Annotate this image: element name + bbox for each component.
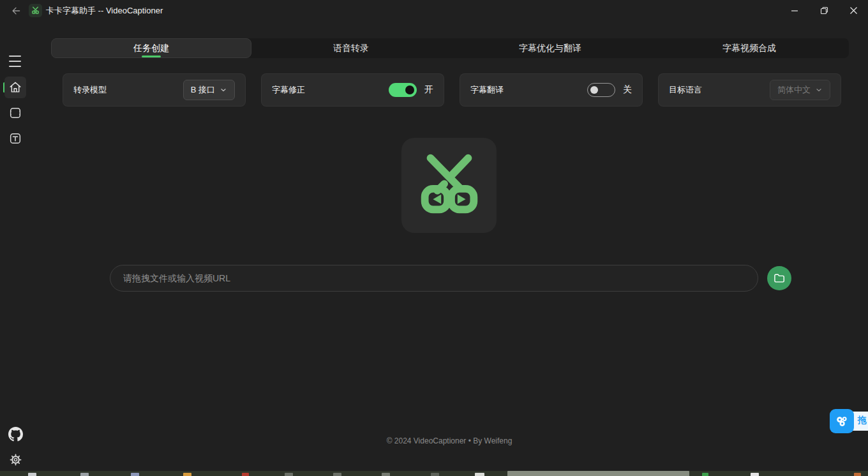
netdisk-cloud-icon[interactable] [830, 409, 854, 433]
subtitle-translation-label: 字幕翻译 [470, 84, 504, 96]
titlebar: 卡卡字幕助手 -- VideoCaptioner [0, 0, 868, 21]
taskbar-icon-sliver [382, 473, 390, 476]
tab-subtitle-optimize-translate[interactable]: 字幕优化与翻译 [451, 38, 650, 58]
taskbar-icon-sliver [28, 473, 36, 476]
scissors-logo-icon [412, 148, 487, 223]
taskbar-icon-sliver [475, 473, 484, 476]
taskbar-icon-sliver [80, 473, 89, 476]
close-button[interactable] [839, 0, 868, 21]
sidebar-item-settings[interactable] [4, 449, 26, 470]
sidebar-item-github[interactable] [4, 423, 26, 445]
close-icon [849, 6, 858, 15]
app-window: 卡卡字幕助手 -- VideoCaptioner [0, 0, 868, 476]
minimize-icon [791, 7, 798, 15]
window-title: 卡卡字幕助手 -- VideoCaptioner [46, 0, 163, 21]
transcribe-model-label: 转录模型 [73, 84, 107, 96]
back-button[interactable] [6, 2, 26, 20]
transcribe-model-value: B 接口 [191, 84, 215, 96]
card-subtitle-correction: 字幕修正 开 [261, 73, 444, 107]
copyright-text: © 2024 VideoCaptioner • By Weifeng [31, 436, 868, 445]
home-icon [8, 80, 22, 94]
toggle-knob [405, 86, 414, 94]
taskbar-icon-sliver [854, 473, 861, 476]
card-target-language: 目标语言 简体中文 [658, 73, 841, 107]
target-language-dropdown[interactable]: 简体中文 [770, 80, 830, 100]
github-icon [8, 427, 23, 442]
taskbar-icon-sliver [431, 473, 439, 476]
sidebar-item-batch-video[interactable] [4, 102, 26, 124]
browse-file-button[interactable] [767, 266, 791, 290]
taskbar-icon-sliver [242, 473, 249, 476]
pivot-tabstrip: 任务创建 语音转录 字幕优化与翻译 字幕视频合成 [51, 38, 849, 58]
taskbar-icon-sliver [751, 473, 759, 476]
film-clip-icon [8, 106, 22, 120]
taskbar-icon-sliver [131, 473, 139, 476]
chevron-down-icon [220, 86, 227, 94]
taskbar-icon-sliver [333, 473, 341, 476]
card-transcribe-model: 转录模型 B 接口 [63, 73, 246, 107]
tab-label: 字幕视频合成 [722, 43, 776, 54]
text-style-icon [8, 131, 22, 145]
subtitle-correction-toggle[interactable] [389, 83, 417, 97]
menu-toggle-button[interactable] [8, 56, 23, 67]
minimize-button[interactable] [780, 0, 809, 21]
tab-subtitle-video-compose[interactable]: 字幕视频合成 [650, 38, 849, 58]
transcribe-model-dropdown[interactable]: B 接口 [183, 80, 235, 100]
subtitle-correction-state: 开 [424, 84, 433, 96]
netdisk-label: 拖 [858, 415, 867, 426]
active-tab-indicator [142, 56, 161, 57]
app-logo-large [401, 138, 497, 233]
app-logo-icon [29, 4, 42, 17]
taskbar-icon-sliver [285, 473, 293, 476]
folder-icon [773, 272, 786, 285]
tab-task-create[interactable]: 任务创建 [51, 38, 251, 58]
sidebar-item-home[interactable] [4, 77, 26, 98]
file-url-input[interactable] [110, 265, 758, 292]
os-taskbar-sliver[interactable] [0, 471, 868, 476]
taskbar-icon-sliver [702, 473, 708, 476]
subtitle-translation-state: 关 [623, 84, 632, 96]
subtitle-correction-label: 字幕修正 [272, 84, 305, 96]
gear-icon [9, 453, 22, 466]
tab-label: 任务创建 [133, 43, 169, 54]
taskbar-active-window-sliver [507, 471, 689, 476]
taskbar-icon-sliver [183, 473, 191, 476]
subtitle-translation-toggle[interactable] [587, 83, 615, 97]
netdisk-drag-overlay[interactable]: 拖 [830, 409, 868, 433]
card-subtitle-translation: 字幕翻译 关 [460, 73, 643, 107]
restore-button[interactable] [809, 0, 839, 21]
tab-speech-transcribe[interactable]: 语音转录 [251, 38, 451, 58]
settings-card-row: 转录模型 B 接口 字幕修正 开 字幕翻译 关 目标语言 简体中文 [63, 73, 841, 107]
restore-icon [820, 6, 828, 15]
toggle-knob [590, 86, 598, 94]
tab-label: 语音转录 [333, 43, 369, 54]
chevron-down-icon [815, 86, 823, 94]
target-language-value: 简体中文 [777, 84, 811, 96]
target-language-label: 目标语言 [669, 84, 702, 96]
sidebar-item-subtitle-style[interactable] [4, 128, 26, 149]
sidebar [0, 21, 31, 471]
arrow-left-icon [10, 5, 22, 17]
tab-label: 字幕优化与翻译 [519, 43, 581, 54]
